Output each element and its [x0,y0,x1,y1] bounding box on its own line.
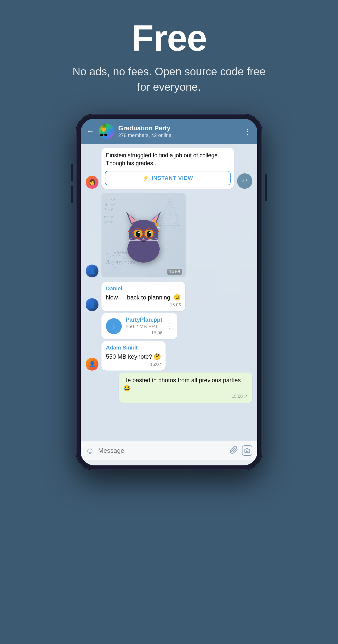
svg-point-20 [138,232,140,233]
chat-body: 👩 Einstein struggled to find a job out o… [81,144,257,441]
share-button[interactable]: ↩ [237,174,252,189]
avatar-adam: 👤 [86,358,98,370]
svg-text:L: L [108,266,109,269]
message-input[interactable] [98,446,226,456]
math-formula-2: A = πr² [105,202,115,206]
avatar-girl-emoji: 👩 [89,179,95,186]
chat-header: ← 🍍🕶️ Graduation Party 278 members, 42 o… [81,119,257,144]
adam-sender: Adam Smidt [106,344,161,351]
read-checkmark: ✓ [244,394,248,400]
download-icon: ↓ [112,322,116,330]
avatar-daniel: 👤 [86,298,98,311]
download-button[interactable]: ↓ [106,318,122,334]
group-status: 278 members, 42 online [118,132,240,138]
math-formula-4: P = 2πr [104,215,114,219]
file-time: 15:06 [126,330,162,336]
message-row: 👩 Einstein struggled to find a job out o… [86,148,252,188]
math-formula-5: A = πr² [104,220,113,224]
share-icon: ↩ [242,177,247,185]
svg-point-18 [136,230,140,238]
emoji-button[interactable]: ☺ [86,446,94,456]
outgoing-text: He pasted in photos from all previous pa… [123,376,248,392]
back-button[interactable]: ← [87,127,94,136]
cat-sticker [119,207,168,264]
avatar-adam-emoji: 👤 [89,361,95,367]
daniel-message-row: 👤 Daniel Now — back to planning. 😉 15:06 [86,282,252,311]
daniel-bubble: Daniel Now — back to planning. 😉 15:06 [101,282,185,311]
adam-text: 550 MB keynote? 🤔 [106,352,161,361]
hero-section: Free No ads, no fees. Open source code f… [0,0,338,109]
instant-view-card: Einstein struggled to find a job out of … [101,148,234,188]
lightning-icon: ⚡ [142,175,149,181]
volume-down-button [71,186,73,203]
outgoing-bubble: He pasted in photos from all previous pa… [119,372,252,403]
group-name: Graduation Party [118,124,240,132]
avatar-guy1-emoji: 👤 [89,268,95,274]
svg-text:s: s [176,213,177,216]
daniel-text: Now — back to planning. 😉 [106,293,181,302]
avatar-girl: 👩 [86,176,98,189]
volume-up-button [71,164,73,181]
file-size: 550.2 MB PPT [126,324,162,330]
chat-input-bar: ☺ [81,441,257,460]
svg-text:θ: θ [114,266,116,269]
adam-message-row: 👤 Adam Smidt 550 MB keynote? 🤔 15:07 [86,341,252,370]
svg-point-34 [246,450,248,452]
instant-view-button[interactable]: ⚡ INSTANT VIEW [105,171,231,185]
avatar-daniel-emoji: 👤 [89,302,95,308]
header-info: Graduation Party 278 members, 42 online [118,124,240,138]
svg-text:h: h [170,213,172,216]
group-avatar-emoji: 🍍🕶️ [99,124,114,139]
sticker-time: 14:58 [167,269,182,275]
daniel-time: 15:06 [106,302,181,308]
file-name: PartyPlan.ppt [126,316,162,323]
math-formula-3: V = l³ [105,208,113,212]
avatar-guy1: 👤 [86,264,98,278]
power-button [265,174,267,201]
group-avatar: 🍍🕶️ [99,124,114,139]
header-menu-button[interactable]: ⋮ [244,127,251,136]
bottom-section [0,470,338,643]
file-bubble: ↓ PartyPlan.ppt 550.2 MB PPT 15:06 ⋮ [101,313,177,339]
phone-screen: ← 🍍🕶️ Graduation Party 278 members, 42 o… [81,119,257,466]
phone-wrapper: ← 🍍🕶️ Graduation Party 278 members, 42 o… [76,114,262,470]
adam-bubble: Adam Smidt 550 MB keynote? 🤔 15:07 [101,341,166,370]
file-more-button[interactable]: ⋮ [166,322,173,330]
hero-title: Free [131,20,207,56]
sticker-row: 👤 ℓ = πr² A = πr² V = l³ P = 2πr A = πr²… [86,193,252,278]
svg-point-21 [149,232,151,233]
outgoing-time: 15:08 ✓ [123,394,248,400]
iv-button-label: INSTANT VIEW [151,175,193,181]
math-formula-1: ℓ = πr² [105,198,115,202]
svg-line-2 [169,200,179,219]
attach-button[interactable] [230,446,238,456]
file-info: PartyPlan.ppt 550.2 MB PPT 15:06 [126,316,162,336]
daniel-sender: Daniel [106,285,181,292]
outgoing-message-row: He pasted in photos from all previous pa… [86,372,252,403]
phone-outer: ← 🍍🕶️ Graduation Party 278 members, 42 o… [76,114,262,470]
sticker-container: ℓ = πr² A = πr² V = l³ P = 2πr A = πr² s… [101,193,186,278]
file-message-row: ↓ PartyPlan.ppt 550.2 MB PPT 15:06 ⋮ [86,313,252,339]
hero-subtitle: No ads, no fees. Open source code free f… [70,64,268,94]
svg-point-19 [147,230,151,238]
iv-card-text: Einstein struggled to find a job out of … [101,148,234,171]
adam-time: 15:07 [106,362,161,367]
camera-button[interactable] [242,445,252,456]
